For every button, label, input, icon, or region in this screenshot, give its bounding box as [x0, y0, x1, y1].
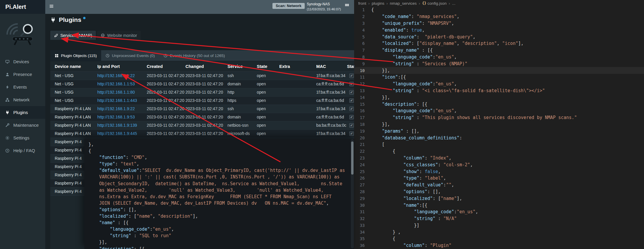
ip-port-cell: http://192.168.1.1:53 — [97, 82, 147, 86]
clock-icon — [106, 54, 109, 58]
ip-port-link[interactable]: http://192.168.1.9:139 — [97, 123, 137, 128]
service-cell: domain — [227, 115, 257, 119]
editor-line: 30 "name":[{ — [354, 202, 644, 209]
row-checkbox[interactable]: ✓ — [349, 123, 354, 128]
status-cell: ✓ — [347, 98, 354, 103]
created-cell: 2023-03-11 02:47:20 — [147, 123, 185, 128]
line-number: 24 — [354, 162, 371, 167]
line-number: 4 — [354, 28, 371, 32]
column-header-mac: MAC — [316, 64, 347, 69]
breadcrumb-separator: › — [419, 1, 420, 6]
row-checkbox[interactable]: ✓ — [349, 90, 354, 95]
breadcrumb-item-nmap-services[interactable]: nmap_services — [390, 1, 417, 6]
editor-line: 4 "enabled": true, — [354, 27, 644, 33]
editor-line: 18 }], — [354, 121, 644, 128]
editor-line: 3 "unique_prefix": "NMAPSRV", — [354, 20, 644, 27]
breadcrumb-item-[interactable]: ... — [452, 1, 455, 6]
editor-line: 29 "localized": ["name"], — [354, 195, 644, 202]
row-checkbox[interactable]: ✓ — [349, 74, 354, 78]
code-editor[interactable]: front›plugins›nmap_services›{}config.jso… — [354, 0, 644, 249]
host-info: Synology-NAS (11/03/2023, 15:46:07) — [307, 2, 341, 12]
ip-port-link[interactable]: http://192.168.1.1:443 — [97, 98, 137, 103]
mac-cell: ca:ff:ff:ca:ba:6d — [316, 115, 347, 119]
line-number: 7 — [354, 48, 371, 53]
breadcrumb-item-front[interactable]: front — [358, 1, 366, 6]
line-number: 10 — [354, 68, 371, 73]
overlay-scrollbar-thumb[interactable] — [351, 141, 354, 175]
row-checkbox[interactable]: ✓ — [349, 98, 354, 103]
ip-port-cell: http://192.168.1.1:443 — [97, 98, 147, 103]
line-number: 29 — [354, 196, 371, 201]
sidebar-item-presence[interactable]: Presence — [0, 68, 45, 81]
editor-line: 23 "column": "Index", — [354, 155, 644, 162]
ip-port-link[interactable]: http://192.168.1.1:53 — [97, 82, 135, 86]
editor-line: 15 "description": [{ — [354, 101, 644, 108]
ip-port-link[interactable]: http://192.168.1.9:22 — [97, 107, 135, 111]
gear-icon — [5, 136, 9, 140]
sidebar-item-devices[interactable]: Devices — [0, 55, 45, 68]
bolt-icon — [5, 85, 9, 89]
column-header-changed: Changed — [185, 64, 227, 69]
sidebar-item-maintenance[interactable]: Maintenance — [0, 119, 45, 131]
editor-line: 32 "string" : "N/A" — [354, 215, 644, 222]
line-number: 5 — [354, 35, 371, 39]
editor-line: 7 "display_name" : [{ — [354, 47, 644, 54]
breadcrumb-item-plugins[interactable]: plugins — [372, 1, 385, 6]
editor-line: 14 }], — [354, 94, 644, 101]
svg-text:?: ? — [7, 149, 8, 152]
ip-port-link[interactable]: http://192.168.1.1:22 — [97, 74, 135, 78]
pialert-logo — [6, 22, 39, 48]
sidebar-item-help-faq[interactable]: ?Help / FAQ — [0, 144, 45, 157]
subtab-label: Events History (50 out of 1265) — [170, 53, 225, 58]
sidebar: DevicesPresenceEventsNetworkPluginsMaint… — [0, 14, 45, 249]
editor-line: 11 "icon":[{ — [354, 74, 644, 81]
line-number: 26 — [354, 176, 371, 180]
created-cell: 2023-03-11 02:47:20 — [147, 131, 185, 136]
editor-line: 16 "language_code":"en_us", — [354, 108, 644, 114]
tab-services-nmap[interactable]: Services (NMAP) — [50, 31, 96, 40]
question-icon: ? — [5, 149, 9, 153]
created-cell: 2023-03-11 02:47:20 — [147, 98, 185, 103]
row-checkbox[interactable]: ✓ — [349, 107, 354, 111]
ip-port-link[interactable]: http://192.168.1.9:53 — [97, 115, 135, 119]
info-badge[interactable] — [83, 17, 85, 19]
line-number: 30 — [354, 203, 371, 208]
hamburger-menu-icon[interactable] — [49, 4, 54, 8]
ip-port-link[interactable]: http://192.168.1.1:80 — [97, 90, 135, 95]
sidebar-item-settings[interactable]: Settings — [0, 131, 45, 144]
line-number: 36 — [354, 243, 371, 248]
brand-logo: Pi.Alert — [0, 0, 45, 14]
line-number: 22 — [354, 149, 371, 154]
monitor-icon — [5, 60, 9, 64]
barcode-icon[interactable] — [345, 3, 349, 7]
tab-website-monitor[interactable]: Website monitor — [97, 31, 141, 40]
grid-icon — [55, 54, 59, 58]
column-header-created: Created — [147, 64, 185, 69]
network-icon — [5, 98, 9, 102]
device-name-cell: Net - USG — [55, 98, 97, 103]
subtab-unprocessed-events-0[interactable]: Unprocessed Events (0) — [101, 50, 159, 61]
line-number: 12 — [354, 82, 371, 86]
service-cell: domain — [227, 82, 257, 86]
sidebar-item-events[interactable]: Events — [0, 81, 45, 93]
editor-line: 21 [ — [354, 141, 644, 148]
editor-line: 5 "data_source": "pialert-db-query", — [354, 33, 644, 40]
sidebar-item-network[interactable]: Network — [0, 93, 45, 106]
editor-line: 20 "database_column_definitions": — [354, 134, 644, 141]
ip-port-link[interactable]: http://192.168.1.9:445 — [97, 131, 137, 136]
row-checkbox[interactable]: ✓ — [349, 115, 354, 119]
mac-cell: 1f:ba:ff:ca:ba:34 — [316, 74, 347, 78]
changed-cell: 2023-03-11 02:47:20 — [185, 74, 227, 78]
row-checkbox[interactable]: ✓ — [349, 131, 354, 136]
state-cell: open — [257, 90, 279, 95]
overlay-scrollbar[interactable] — [351, 139, 354, 248]
page-title-text: Plugins — [59, 16, 81, 23]
plug-icon — [5, 110, 9, 115]
row-checkbox[interactable]: ✓ — [349, 82, 354, 86]
sidebar-item-plugins[interactable]: Plugins — [0, 106, 45, 119]
subtab-events-history-50-out-of-1265[interactable]: Events History (50 out of 1265) — [159, 50, 229, 61]
breadcrumb-item-config-json[interactable]: {}config.json — [422, 1, 447, 6]
breadcrumb-separator: › — [386, 1, 388, 6]
tab-label: Website monitor — [107, 33, 137, 38]
subtab-plugin-objects-115[interactable]: Plugin Objects (115) — [50, 50, 101, 61]
